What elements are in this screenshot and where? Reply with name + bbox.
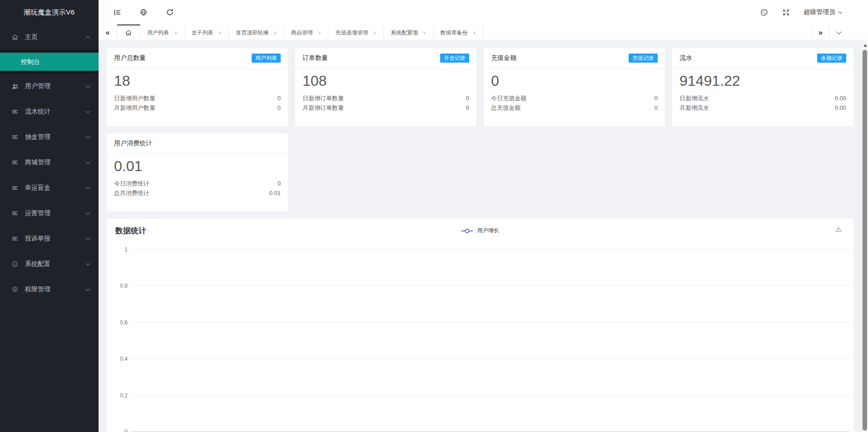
scrollbar-up-arrow-icon[interactable] — [863, 44, 867, 47]
legend-item-user-growth[interactable]: 用户增长 — [461, 227, 499, 235]
gridline — [131, 249, 850, 250]
stat-row-label: 今日充值金额 — [491, 93, 526, 103]
stat-cards-row-2: 用户消费统计0.01今日消费统计0总共消费统计0.01 — [107, 133, 853, 211]
tab-recharge-options[interactable]: 充值选项管理× — [328, 25, 384, 40]
globe-button[interactable] — [130, 0, 157, 25]
close-icon[interactable]: × — [273, 30, 277, 36]
stat-card-body: 0今日充值金额0总充值金额0 — [484, 69, 665, 113]
stat-card-body: 91491.22日新增流水0.00月新增流水0.00 — [672, 69, 853, 113]
close-icon[interactable]: × — [218, 30, 222, 36]
stat-card-title: 用户消费统计 — [114, 139, 152, 147]
stat-card-title: 用户总数量 — [114, 54, 146, 62]
sidebar-item-console[interactable]: 控制台 — [0, 53, 99, 71]
sidebar-item-flow-statistics[interactable]: 流水统计 — [0, 99, 99, 124]
chevron-down-icon — [836, 29, 841, 34]
sidebar-item-label: 商城管理 — [25, 158, 86, 167]
sidebar-item-home[interactable]: 主页 — [0, 25, 99, 50]
gridline — [131, 358, 850, 359]
tab-label: 充值选项管理 — [335, 29, 368, 37]
stat-card-header: 订单数量开盒记录 — [295, 48, 476, 69]
topbar-right: 超级管理员 — [760, 8, 868, 17]
y-axis-tick-label: 0.4 — [107, 356, 128, 362]
tab-box-list[interactable]: 盒子列表× — [185, 25, 229, 40]
sidebar: 潮玩魔盒演示V6 主页控制台用户管理流水统计抽盒管理商城管理幸运盲盒运营管理投诉… — [0, 0, 99, 432]
username-label: 超级管理员 — [804, 8, 835, 16]
chart-card: 数据统计 用户增长 10.80.60.40.20 — [107, 219, 853, 432]
stat-row-label: 总充值金额 — [491, 103, 521, 113]
stat-row-label: 日新增流水 — [680, 93, 709, 103]
gear-icon — [11, 286, 19, 293]
stat-row-value: 0 — [655, 103, 658, 113]
stat-card-header: 流水余额记录 — [672, 48, 853, 69]
close-icon[interactable]: × — [423, 30, 427, 36]
tab-system-config-items[interactable]: 系统配置项× — [384, 25, 434, 40]
sidebar-item-permission-management[interactable]: 权限管理 — [0, 277, 99, 302]
sidebar-item-box-draw-management[interactable]: 抽盒管理 — [0, 124, 99, 150]
collapse-sidebar-button[interactable] — [104, 0, 130, 25]
users-icon — [11, 83, 19, 90]
fullscreen-icon[interactable] — [782, 9, 790, 16]
scrollbar-thumb[interactable] — [863, 50, 867, 431]
chevron-down-icon — [86, 185, 90, 190]
stat-card-badge-link[interactable]: 充值记录 — [629, 54, 658, 63]
stat-card-title: 流水 — [680, 54, 692, 62]
sidebar-item-lucky-blindbox[interactable]: 幸运盲盒 — [0, 175, 99, 201]
sidebar-item-user-management[interactable]: 用户管理 — [0, 74, 99, 99]
stat-card-row: 今日消费统计0 — [114, 179, 281, 188]
tabs-scroll-right-button[interactable]: » — [811, 25, 829, 40]
tabs-scroll-left-button[interactable]: « — [99, 25, 117, 40]
tab-home-top-carousel[interactable]: 首页顶部轮播× — [229, 25, 284, 40]
sidebar-item-mall-management[interactable]: 商城管理 — [0, 150, 99, 175]
stat-card-row: 日新增订单数量0 — [303, 93, 469, 103]
stat-card-row: 月新增订单数量0 — [303, 103, 469, 113]
close-icon[interactable]: × — [473, 30, 476, 36]
gridline — [131, 395, 850, 396]
chevron-down-icon — [86, 134, 90, 139]
stat-card-badge-link[interactable]: 用户列表 — [252, 54, 281, 63]
tab-database-backup[interactable]: 数据库备份× — [434, 25, 484, 40]
user-dropdown[interactable]: 超级管理员 — [804, 8, 842, 16]
stat-card-value: 0 — [491, 73, 658, 89]
download-chart-icon[interactable] — [834, 225, 843, 233]
refresh-button[interactable] — [157, 0, 183, 25]
close-icon[interactable]: × — [174, 30, 178, 36]
sidebar-item-label: 权限管理 — [25, 285, 86, 294]
stat-row-value: 0 — [655, 93, 658, 103]
sidebar-item-system-config[interactable]: 系统配置 — [0, 251, 99, 277]
chevron-down-icon — [86, 236, 90, 241]
stat-card-row: 总充值金额0 — [491, 103, 658, 113]
sidebar-menu: 主页控制台用户管理流水统计抽盒管理商城管理幸运盲盒运营管理投诉举报系统配置权限管… — [0, 25, 99, 302]
sidebar-item-operation-management[interactable]: 运营管理 — [0, 201, 99, 226]
stat-row-value: 0 — [278, 179, 281, 188]
tab-home[interactable] — [117, 25, 140, 40]
circle-icon — [11, 260, 19, 268]
sidebar-item-complaint-report[interactable]: 投诉举报 — [0, 226, 99, 251]
stat-card-row: 月新增用户数量0 — [114, 103, 281, 113]
close-icon[interactable]: × — [373, 30, 377, 36]
stat-row-label: 日新增订单数量 — [303, 93, 344, 103]
stat-card-header: 用户总数量用户列表 — [107, 48, 288, 69]
tab-product-management[interactable]: 商品管理× — [284, 25, 329, 40]
stat-card-badge-link[interactable]: 余额记录 — [817, 54, 846, 63]
stat-card-order-count: 订单数量开盒记录108日新增订单数量0月新增订单数量0 — [295, 48, 476, 126]
theme-palette-icon[interactable] — [760, 8, 769, 17]
chevron-down-icon — [86, 83, 90, 88]
legend-label: 用户增长 — [477, 227, 499, 235]
tab-label: 首页顶部轮播 — [236, 29, 268, 37]
stat-row-value: 0 — [278, 93, 281, 103]
content-scrollbar[interactable] — [862, 41, 868, 432]
chart-title: 数据统计 — [115, 226, 146, 236]
close-icon[interactable]: × — [318, 30, 322, 36]
tab-user-list[interactable]: 用户列表× — [140, 25, 185, 40]
sidebar-item-label: 幸运盲盒 — [25, 184, 86, 192]
topbar-left-icons — [104, 0, 183, 25]
chevron-down-icon — [86, 261, 90, 266]
tabs-menu-button[interactable] — [829, 25, 848, 40]
stat-card-badge-link[interactable]: 开盒记录 — [440, 54, 469, 63]
tab-label: 系统配置项 — [391, 29, 418, 37]
main-content: 用户总数量用户列表18日新增用户数量0月新增用户数量0订单数量开盒记录108日新… — [99, 41, 862, 432]
tabs: 用户列表×盒子列表×首页顶部轮播×商品管理×充值选项管理×系统配置项×数据库备份… — [117, 25, 483, 40]
list-icon — [11, 133, 19, 141]
chevron-down-icon — [838, 10, 842, 13]
sidebar-item-label: 系统配置 — [25, 260, 86, 268]
